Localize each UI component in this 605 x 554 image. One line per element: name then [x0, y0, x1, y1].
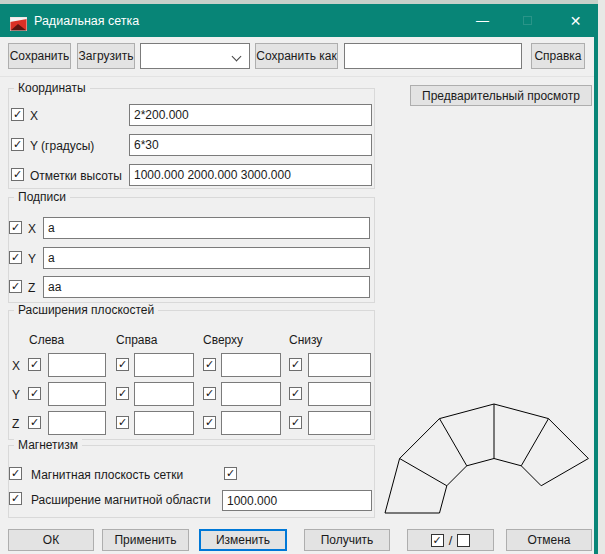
ext-z-top-checkbox[interactable]: ✓	[203, 416, 216, 429]
ok-button-label: ОК	[43, 533, 59, 547]
coord-y-input[interactable]	[129, 134, 372, 156]
magnetism-legend: Магнетизм	[14, 438, 82, 452]
change-button-label: Изменить	[216, 533, 270, 547]
check-icon: ✓	[291, 388, 300, 399]
ext-y-left-checkbox[interactable]: ✓	[28, 387, 41, 400]
save-as-button[interactable]: Сохранить как	[255, 43, 338, 69]
label-x-input[interactable]	[43, 217, 370, 239]
ext-y-top-checkbox[interactable]: ✓	[203, 387, 216, 400]
chevron-down-icon	[232, 52, 242, 62]
check-icon: ✓	[118, 359, 127, 370]
magnetic-area-input[interactable]	[222, 490, 372, 511]
minimize-button[interactable]: —	[460, 4, 505, 37]
help-button-label: Справка	[534, 49, 581, 63]
label-x-label: X	[28, 222, 36, 236]
magnetic-plane-value-checkbox[interactable]: ✓	[224, 467, 237, 480]
get-button-label: Получить	[321, 533, 374, 547]
preset-combobox[interactable]	[140, 43, 250, 69]
ext-y-right-checkbox[interactable]: ✓	[116, 387, 129, 400]
ext-z-bottom-checkbox[interactable]: ✓	[289, 416, 302, 429]
preset-name-input[interactable]	[344, 43, 522, 69]
check-icon: ✓	[291, 417, 300, 428]
extensions-legend: Расширения плоскостей	[14, 303, 158, 317]
ext-y-left-input[interactable]	[48, 382, 106, 406]
extensions-group: Расширения плоскостей Слева Справа Сверх…	[8, 310, 375, 440]
ext-x-bottom-input[interactable]	[308, 353, 371, 377]
ext-y-right-input[interactable]	[134, 382, 194, 406]
help-button[interactable]: Справка	[531, 43, 585, 69]
toolbar-separator	[0, 76, 594, 77]
label-z-checkbox[interactable]: ✓	[9, 280, 22, 293]
ext-x-top-input[interactable]	[221, 353, 281, 377]
check-icon: ✓	[13, 169, 22, 180]
unchecked-box-icon	[457, 534, 470, 547]
get-button[interactable]: Получить	[304, 529, 390, 551]
label-z-input[interactable]	[43, 276, 370, 298]
coordinates-group: Координаты ✓ X ✓ Y (градусы) ✓ Отметки в…	[8, 88, 375, 189]
save-button[interactable]: Сохранить	[8, 43, 71, 69]
magnetic-plane-checkbox[interactable]: ✓	[9, 467, 22, 480]
cancel-button[interactable]: Отмена	[506, 529, 592, 551]
cancel-button-label: Отмена	[527, 533, 570, 547]
ext-row-z-label: Z	[12, 417, 19, 431]
grid-preview-svg	[378, 395, 594, 522]
maximize-icon	[523, 16, 532, 25]
apply-button-label: Применить	[114, 533, 176, 547]
checked-box-icon: ✓	[431, 534, 444, 547]
load-button[interactable]: Загрузить	[77, 43, 135, 69]
radial-grid-dialog: Радиальная сетка — ✕ Сохранить Загрузить…	[0, 0, 605, 554]
check-icon: ✓	[118, 388, 127, 399]
apply-button[interactable]: Применить	[102, 529, 189, 551]
check-icon: ✓	[30, 359, 39, 370]
ext-x-left-input[interactable]	[48, 353, 106, 377]
label-y-label: Y	[28, 252, 36, 266]
ext-z-left-checkbox[interactable]: ✓	[28, 416, 41, 429]
load-button-label: Загрузить	[79, 49, 134, 63]
check-icon: ✓	[291, 359, 300, 370]
ok-button[interactable]: ОК	[8, 529, 94, 551]
check-icon: ✓	[30, 417, 39, 428]
save-as-button-label: Сохранить как	[256, 49, 336, 63]
check-icon: ✓	[13, 109, 22, 120]
ext-y-bottom-input[interactable]	[308, 382, 371, 406]
check-icon: ✓	[11, 222, 20, 233]
ext-z-right-input[interactable]	[134, 411, 194, 435]
label-x-checkbox[interactable]: ✓	[9, 221, 22, 234]
magnetic-area-checkbox[interactable]: ✓	[9, 492, 22, 505]
coord-y-label: Y (градусы)	[30, 139, 94, 153]
ext-x-right-checkbox[interactable]: ✓	[116, 358, 129, 371]
ext-y-top-input[interactable]	[221, 382, 281, 406]
maximize-button[interactable]	[505, 4, 550, 37]
coord-x-checkbox[interactable]: ✓	[11, 108, 24, 121]
coord-y-checkbox[interactable]: ✓	[11, 138, 24, 151]
ext-x-bottom-checkbox[interactable]: ✓	[289, 358, 302, 371]
check-icon: ✓	[205, 388, 214, 399]
check-icon: ✓	[11, 281, 20, 292]
ext-z-top-input[interactable]	[221, 411, 281, 435]
ext-z-left-input[interactable]	[48, 411, 106, 435]
check-icon: ✓	[13, 139, 22, 150]
labels-group: Подписи ✓ X ✓ Y ✓ Z	[8, 197, 375, 303]
coord-z-input[interactable]	[129, 164, 372, 186]
check-icon: ✓	[205, 359, 214, 370]
coordinates-legend: Координаты	[14, 81, 90, 95]
ext-row-y-label: Y	[12, 388, 20, 402]
coord-x-input[interactable]	[129, 104, 372, 126]
toggle-all-checkboxes-button[interactable]: ✓ /	[407, 529, 494, 551]
ext-z-right-checkbox[interactable]: ✓	[116, 416, 129, 429]
label-y-input[interactable]	[43, 247, 370, 269]
ext-z-bottom-input[interactable]	[308, 411, 371, 435]
ext-x-left-checkbox[interactable]: ✓	[28, 358, 41, 371]
ext-y-bottom-checkbox[interactable]: ✓	[289, 387, 302, 400]
coord-z-checkbox[interactable]: ✓	[11, 168, 24, 181]
change-button[interactable]: Изменить	[199, 529, 287, 551]
ext-x-right-input[interactable]	[134, 353, 194, 377]
check-icon: ✓	[433, 534, 442, 547]
app-icon	[10, 17, 27, 31]
preview-button[interactable]: Предварительный просмотр	[410, 85, 592, 106]
close-button[interactable]: ✕	[553, 4, 598, 37]
ext-row-x-label: X	[12, 359, 20, 373]
window-title: Радиальная сетка	[34, 14, 139, 28]
ext-x-top-checkbox[interactable]: ✓	[203, 358, 216, 371]
label-y-checkbox[interactable]: ✓	[9, 251, 22, 264]
